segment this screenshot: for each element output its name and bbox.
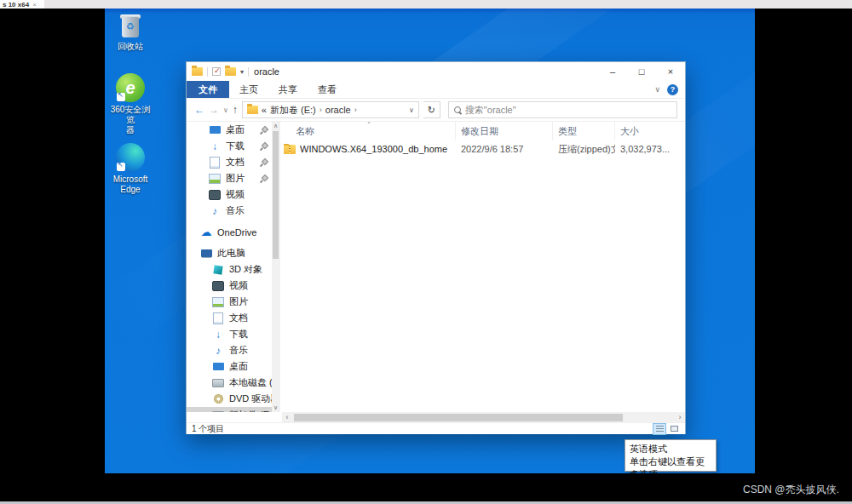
item-count: 1 个项目 [192, 423, 224, 435]
breadcrumb-segment-folder[interactable]: oracle [325, 105, 351, 115]
file-name: WINDOWS.X64_193000_db_home [300, 144, 447, 154]
title-bar[interactable]: ▾ oracle – □ × [187, 62, 685, 81]
column-header-size[interactable]: 大小 [615, 122, 685, 140]
csdn-watermark: CSDN @秃头披风侠. [743, 483, 839, 497]
breadcrumb-segment-drive[interactable]: 新加卷 (E:) [270, 104, 316, 117]
expand-ribbon-icon[interactable]: ∨ [654, 85, 660, 94]
properties-icon[interactable] [212, 67, 221, 76]
picture-icon [212, 296, 224, 308]
desktop-icon-recycle-bin[interactable]: ♻ 回收站 [106, 14, 154, 52]
column-headers: ˆ 名称 修改日期 类型 大小 [280, 122, 685, 140]
desktop[interactable]: ♻ 回收站 e 360安全浏览 器 Microsoft Edge [105, 9, 755, 473]
sidebar-item-label: 音乐 [229, 344, 248, 357]
scroll-down-icon[interactable]: ∨ [272, 404, 279, 412]
sidebar-item-local-disk-c[interactable]: 本地磁盘 (C:) [187, 375, 279, 391]
sidebar-item-this-pc[interactable]: 此电脑 [187, 245, 279, 261]
sidebar-item-pc-desktop[interactable]: 桌面 [187, 358, 279, 375]
sidebar-item-pc-pictures[interactable]: 图片 [187, 294, 279, 310]
shortcut-arrow-icon [117, 163, 125, 171]
vm-tab[interactable]: s 10 x64 × [0, 0, 44, 9]
breadcrumb[interactable]: « 新加卷 (E:) › oracle › ∨ [242, 101, 419, 118]
download-icon: ↓ [209, 140, 221, 152]
tab-view[interactable]: 查看 [308, 81, 347, 98]
pin-icon [261, 175, 268, 182]
large-icons-view-button[interactable] [668, 424, 680, 434]
horizontal-scrollbar[interactable]: ‹ › [282, 412, 685, 422]
sidebar-item-label: 图片 [226, 172, 245, 185]
recent-locations-icon[interactable]: ∨ [223, 106, 228, 114]
sidebar-item-pictures[interactable]: 图片 [187, 170, 279, 186]
file-size: 3,032,973... [615, 144, 685, 154]
screen: s 10 x64 × ♻ 回收站 e 360安全浏览 器 [0, 0, 852, 504]
scrollbar-thumb[interactable] [273, 131, 279, 259]
ime-tooltip: 英语模式 单击右键以查看更多选项 [625, 439, 717, 472]
separator [248, 67, 249, 77]
column-header-modified[interactable]: 修改日期 [456, 122, 553, 140]
new-folder-icon[interactable] [225, 67, 236, 76]
sidebar-item-label: 新加卷 (E:) [229, 409, 275, 412]
hard-disk-icon [212, 377, 224, 389]
desktop-icon-label: Microsoft Edge [113, 175, 148, 195]
tab-file[interactable]: 文件 [187, 81, 229, 98]
address-dropdown-icon[interactable]: ∨ [409, 106, 414, 114]
sidebar-item-dvd-drive-d[interactable]: DVD 驱动器 (D: [187, 391, 279, 407]
sidebar-item-volume-e[interactable]: 新加卷 (E:) [187, 407, 279, 412]
up-button[interactable]: ↑ [233, 104, 238, 116]
vm-tab-close-icon[interactable]: × [32, 1, 37, 9]
recycle-symbol-icon: ♻ [119, 21, 141, 32]
sidebar-item-pc-downloads[interactable]: ↓ 下载 [187, 326, 279, 342]
search-input[interactable]: 搜索"oracle" [448, 101, 677, 118]
pin-icon [261, 143, 268, 150]
column-header-name[interactable]: ˆ 名称 [280, 122, 456, 140]
sidebar-item-pc-videos[interactable]: 视频 [187, 278, 279, 294]
forward-button[interactable]: → [209, 104, 219, 116]
sidebar-item-desktop[interactable]: 桌面 [187, 122, 279, 138]
details-view-button[interactable] [653, 424, 665, 434]
help-icon[interactable]: ? [667, 84, 678, 95]
picture-icon [209, 173, 221, 185]
desktop-icon-label: 360安全浏览 器 [106, 105, 154, 135]
file-list[interactable]: ˆ 名称 修改日期 类型 大小 WINDOWS.X64_193000_db_ho… [280, 122, 685, 412]
refresh-button[interactable]: ↻ [423, 101, 440, 118]
sidebar-item-label: 视频 [229, 279, 248, 292]
sort-ascending-icon: ˆ [368, 121, 371, 129]
sidebar-item-onedrive[interactable]: ☁ OneDrive [187, 224, 279, 240]
separator [207, 67, 208, 77]
360-browser-icon: e [116, 73, 145, 102]
desktop-icon-microsoft-edge[interactable]: Microsoft Edge [106, 143, 154, 195]
back-button[interactable]: ← [194, 104, 204, 116]
sidebar-scrollbar[interactable]: ∧ ∨ [272, 122, 279, 412]
sidebar-item-label: OneDrive [217, 227, 256, 238]
sidebar-item-downloads[interactable]: ↓ 下载 [187, 138, 279, 154]
download-icon: ↓ [212, 329, 224, 341]
chevron-right-icon: › [320, 106, 322, 114]
tab-share[interactable]: 共享 [268, 81, 308, 98]
sidebar-item-videos[interactable]: 视频 [187, 186, 279, 203]
tab-home[interactable]: 主页 [229, 81, 268, 98]
close-button[interactable]: × [656, 62, 685, 81]
sidebar-item-pc-documents[interactable]: 文档 [187, 310, 279, 326]
sidebar-item-music[interactable]: ♪ 音乐 [187, 203, 279, 219]
desktop-icon-360-browser[interactable]: e 360安全浏览 器 [106, 73, 154, 135]
desktop-icon-label: 回收站 [118, 42, 143, 52]
dvd-disc-icon [212, 393, 224, 405]
file-name-cell[interactable]: WINDOWS.X64_193000_db_home [280, 144, 456, 154]
table-row[interactable]: WINDOWS.X64_193000_db_home 2022/9/6 18:5… [280, 140, 685, 158]
minimize-button[interactable]: – [598, 62, 627, 81]
hard-disk-icon [212, 410, 224, 413]
sidebar-item-documents[interactable]: 文档 [187, 154, 279, 170]
qat-dropdown-icon[interactable]: ▾ [240, 68, 244, 76]
sidebar-item-label: 3D 对象 [229, 263, 262, 276]
tooltip-line2: 单击右键以查看更多选项 [630, 455, 711, 473]
maximize-button[interactable]: □ [627, 62, 656, 81]
scrollbar-thumb[interactable] [294, 414, 623, 421]
sidebar-item-3d-objects[interactable]: 3D 对象 [187, 261, 279, 278]
scroll-left-icon[interactable]: ‹ [282, 413, 292, 421]
onedrive-cloud-icon: ☁ [200, 226, 212, 238]
sidebar-item-pc-music[interactable]: ♪ 音乐 [187, 342, 279, 358]
column-header-type[interactable]: 类型 [553, 122, 615, 140]
edge-icon [116, 143, 145, 172]
scroll-right-icon[interactable]: › [675, 413, 685, 421]
scroll-up-icon[interactable]: ∧ [272, 122, 279, 130]
address-bar: ← → ∨ ↑ « 新加卷 (E:) › oracle › ∨ ↻ 搜索"ora… [187, 99, 685, 122]
